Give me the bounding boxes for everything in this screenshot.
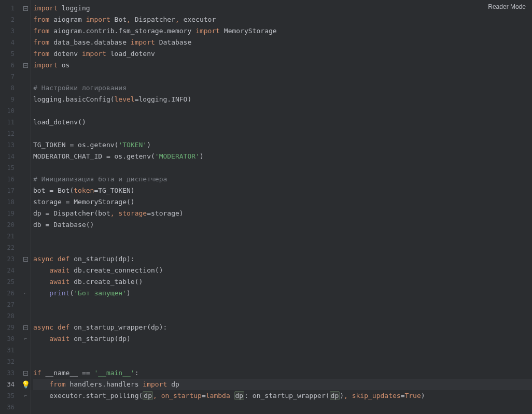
fold-marker[interactable]: −	[21, 367, 31, 379]
line-number: 24	[0, 265, 21, 276]
code-area[interactable]: import logging from aiogram import Bot, …	[31, 0, 532, 414]
code-line[interactable]	[33, 231, 532, 242]
code-line[interactable]	[33, 402, 532, 413]
line-number: 31	[0, 345, 21, 356]
line-number: 9	[0, 94, 21, 105]
intention-bulb-icon[interactable]: 💡	[21, 380, 30, 389]
line-number: 29	[0, 322, 21, 333]
code-line[interactable]: executor.start_polling(dp, on_startup=la…	[33, 390, 532, 402]
line-number: 4	[0, 37, 21, 48]
line-number: 27	[0, 299, 21, 310]
code-line[interactable]: import logging	[33, 3, 532, 14]
code-line[interactable]: # Настройки логирования	[33, 82, 532, 94]
code-line[interactable]: await on_startup(dp)	[33, 333, 532, 345]
code-line[interactable]: from aiogram.contrib.fsm_storage.memory …	[33, 25, 532, 37]
line-number: 35	[0, 390, 21, 402]
line-number: 16	[0, 174, 21, 185]
code-line[interactable]	[33, 310, 532, 322]
line-number: 34	[0, 379, 21, 390]
line-number: 3	[0, 25, 21, 37]
line-number: 20	[0, 219, 21, 231]
line-number: 1	[0, 3, 21, 14]
code-line[interactable]: if __name__ == '__main__':	[33, 367, 532, 379]
line-number: 33	[0, 367, 21, 379]
reader-mode-label[interactable]: Reader Mode	[488, 3, 526, 10]
code-line[interactable]: from aiogram import Bot, Dispatcher, exe…	[33, 14, 532, 25]
code-line[interactable]: print('Бот запущен')	[33, 288, 532, 299]
fold-marker[interactable]: −	[21, 3, 31, 14]
line-number: 28	[0, 310, 21, 322]
fold-marker[interactable]: −	[21, 253, 31, 265]
line-number-gutter: 1 2 3 4 5 6 7 8 9 10 11 12 13 14 15 16 1…	[0, 0, 21, 414]
code-line[interactable]: async def on_startup(dp):	[33, 253, 532, 265]
line-number: 19	[0, 208, 21, 219]
line-number: 23	[0, 253, 21, 265]
code-line[interactable]: logging.basicConfig(level=logging.INFO)	[33, 94, 532, 105]
code-line[interactable]: await db.create_table()	[33, 276, 532, 288]
fold-marker-close[interactable]: ⌐	[21, 390, 31, 402]
code-line[interactable]: from data_base.database import Database	[33, 37, 532, 48]
code-line[interactable]	[33, 345, 532, 356]
code-line[interactable]	[33, 162, 532, 174]
line-number: 22	[0, 242, 21, 253]
code-line[interactable]	[33, 105, 532, 117]
line-number: 18	[0, 196, 21, 208]
fold-marker[interactable]: −	[21, 322, 31, 333]
code-line[interactable]	[33, 299, 532, 310]
code-line[interactable]: dp = Dispatcher(bot, storage=storage)	[33, 208, 532, 219]
line-number: 2	[0, 14, 21, 25]
code-line[interactable]	[33, 356, 532, 367]
line-number: 10	[0, 105, 21, 117]
code-line[interactable]: storage = MemoryStorage()	[33, 196, 532, 208]
line-number: 30	[0, 333, 21, 345]
line-number: 5	[0, 48, 21, 60]
line-number: 8	[0, 82, 21, 94]
code-editor[interactable]: 1 2 3 4 5 6 7 8 9 10 11 12 13 14 15 16 1…	[0, 0, 532, 414]
code-line[interactable]: bot = Bot(token=TG_TOKEN)	[33, 185, 532, 196]
line-number: 26	[0, 288, 21, 299]
code-line[interactable]	[33, 71, 532, 82]
code-line[interactable]: # Инициализация бота и диспетчера	[33, 174, 532, 185]
fold-marker-close[interactable]: ⌐	[21, 288, 31, 299]
code-line[interactable]	[33, 128, 532, 139]
line-number: 21	[0, 231, 21, 242]
fold-marker[interactable]: −	[21, 60, 31, 71]
code-line[interactable]: load_dotenv()	[33, 117, 532, 128]
line-number: 12	[0, 128, 21, 139]
line-number: 13	[0, 139, 21, 151]
code-line[interactable]: from dotenv import load_dotenv	[33, 48, 532, 60]
code-line[interactable]: from handlers.handlers import dp	[33, 379, 532, 390]
code-line[interactable]: TG_TOKEN = os.getenv('TOKEN')	[33, 139, 532, 151]
line-number: 32	[0, 356, 21, 367]
line-number: 11	[0, 117, 21, 128]
fold-marker-close[interactable]: ⌐	[21, 333, 31, 345]
code-line[interactable]	[33, 242, 532, 253]
line-number: 17	[0, 185, 21, 196]
line-number: 15	[0, 162, 21, 174]
code-line[interactable]: async def on_startup_wrapper(dp):	[33, 322, 532, 333]
line-number: 6	[0, 60, 21, 71]
code-line[interactable]: db = Database()	[33, 219, 532, 231]
code-line[interactable]: import os	[33, 60, 532, 71]
line-number: 7	[0, 71, 21, 82]
line-number: 14	[0, 151, 21, 162]
code-line[interactable]: MODERATOR_CHAT_ID = os.getenv('MODERATOR…	[33, 151, 532, 162]
line-number: 36	[0, 402, 21, 413]
fold-column: − − − ⌐ − ⌐ − 💡 ⌐	[21, 0, 31, 414]
code-line[interactable]: await db.create_connection()	[33, 265, 532, 276]
line-number: 25	[0, 276, 21, 288]
